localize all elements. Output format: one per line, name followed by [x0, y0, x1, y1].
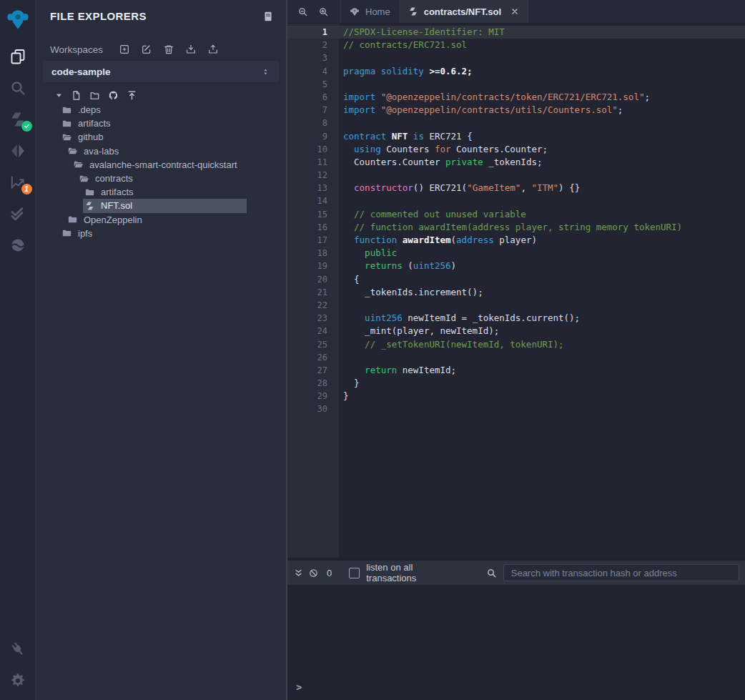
search-icon[interactable] [9, 79, 26, 97]
code-lines: 1//SPDX-License-Identifier: MIT2// contr… [287, 24, 745, 416]
tree-item-label: OpenZeppelin [84, 215, 142, 225]
code-line-24[interactable]: 24 _mint(player, newItemId); [287, 325, 745, 337]
collapse-tree-icon[interactable] [55, 92, 63, 99]
line-number: 15 [287, 208, 327, 221]
listen-transactions-checkbox[interactable] [349, 568, 360, 578]
code-line-8[interactable]: 8 [287, 117, 745, 129]
code-line-10[interactable]: 10 using Counters for Counters.Counter; [287, 143, 745, 156]
code-line-15[interactable]: 15 // commented out unused variable [287, 208, 745, 221]
code-editor[interactable]: 1//SPDX-License-Identifier: MIT2// contr… [287, 24, 745, 558]
settings-icon[interactable] [9, 672, 26, 689]
code-line-17[interactable]: 17 function awardItem(address player) [287, 234, 745, 247]
create-workspace-icon[interactable] [119, 44, 130, 55]
transaction-count: 0 [327, 568, 332, 578]
line-number: 22 [287, 299, 327, 312]
code-line-27[interactable]: 27 return newItemId; [287, 364, 745, 377]
folder-open-icon [61, 132, 72, 142]
tree-item-artifacts[interactable]: artifacts [36, 117, 286, 130]
code-line-text [327, 351, 343, 364]
book-icon[interactable] [262, 11, 274, 22]
terminal-collapse-icon[interactable] [293, 568, 304, 578]
tree-item--deps[interactable]: .deps [36, 103, 286, 117]
code-line-4[interactable]: 4pragma solidity >=0.6.2; [287, 65, 745, 78]
clear-console-icon[interactable] [308, 568, 319, 578]
code-line-11[interactable]: 11 Counters.Counter private _tokenIds; [287, 156, 745, 169]
tab-contracts-nft-sol[interactable]: contracts/NFT.sol [399, 0, 528, 23]
line-number: 18 [287, 247, 327, 260]
code-line-26[interactable]: 26 [287, 351, 745, 364]
close-tab-icon[interactable] [510, 7, 519, 16]
line-number: 27 [287, 364, 327, 377]
plugin-manager-icon[interactable] [9, 641, 26, 658]
code-line-14[interactable]: 14 [287, 194, 745, 207]
clone-github-icon[interactable] [108, 90, 119, 101]
code-line-25[interactable]: 25 // _setTokenURI(newItemId, tokenURI); [287, 338, 745, 351]
code-line-9[interactable]: 9contract NFT is ERC721 { [287, 130, 745, 143]
new-folder-icon[interactable] [89, 90, 100, 101]
terminal-console[interactable]: > [287, 585, 745, 700]
code-line-19[interactable]: 19 returns (uint256) [287, 260, 745, 272]
rename-workspace-icon[interactable] [141, 44, 152, 55]
code-line-13[interactable]: 13 constructor() ERC721("GameItem", "ITM… [287, 182, 745, 194]
code-line-text: } [327, 377, 360, 390]
code-line-2[interactable]: 2// contracts/ERC721.sol [287, 39, 745, 51]
code-line-text: uint256 newItemId = _tokenIds.current(); [327, 312, 580, 325]
code-line-1[interactable]: 1//SPDX-License-Identifier: MIT [287, 26, 745, 39]
code-line-29[interactable]: 29} [287, 390, 745, 403]
new-file-icon[interactable] [71, 90, 82, 101]
terminal-search-icon [486, 568, 497, 578]
tree-item-contracts[interactable]: contracts [36, 172, 286, 185]
delete-workspace-icon[interactable] [163, 44, 174, 55]
code-line-18[interactable]: 18 public [287, 247, 745, 260]
tree-item-artifacts[interactable]: artifacts [36, 185, 286, 199]
line-number: 13 [287, 182, 327, 194]
line-number: 5 [287, 78, 327, 91]
code-line-5[interactable]: 5 [287, 78, 745, 91]
zoom-in-icon[interactable] [318, 6, 329, 17]
tree-item-label: github [78, 132, 103, 142]
code-line-12[interactable]: 12 [287, 169, 745, 182]
line-number: 29 [287, 390, 327, 403]
circle-plugin-icon[interactable] [9, 237, 26, 254]
tab-label: contracts/NFT.sol [424, 6, 501, 17]
file-explorer-icon[interactable] [9, 48, 26, 65]
upload-workspace-icon[interactable] [207, 44, 219, 55]
plugin-analytics-icon[interactable]: 1 [9, 174, 26, 191]
code-line-6[interactable]: 6import "@openzeppelin/contracts/token/E… [287, 91, 745, 104]
code-line-20[interactable]: 20 { [287, 273, 745, 286]
code-line-22[interactable]: 22 [287, 299, 745, 312]
code-line-23[interactable]: 23 uint256 newItemId = _tokenIds.current… [287, 312, 745, 325]
tree-item-nft-sol[interactable]: NFT.sol [36, 199, 286, 212]
tab-home[interactable]: Home [340, 0, 399, 23]
folder-closed-icon [84, 187, 95, 197]
publish-files-icon[interactable] [127, 90, 137, 101]
solidity-compiler-icon[interactable] [9, 111, 26, 128]
line-number: 23 [287, 312, 327, 325]
static-analysis-icon[interactable] [9, 205, 26, 222]
code-line-text [327, 299, 343, 312]
code-line-text: Counters.Counter private _tokenIds; [327, 156, 542, 169]
tree-item-label: avalanche-smart-contract-quickstart [89, 159, 237, 170]
download-workspace-icon[interactable] [185, 44, 197, 55]
code-line-21[interactable]: 21 _tokenIds.increment(); [287, 286, 745, 299]
terminal-search-input[interactable] [503, 564, 739, 581]
tree-item-openzeppelin[interactable]: OpenZeppelin [36, 213, 286, 227]
tree-item-avalanche-smart-contract-quickstart[interactable]: avalanche-smart-contract-quickstart [36, 158, 286, 172]
code-line-3[interactable]: 3 [287, 51, 745, 64]
tabs: Homecontracts/NFT.sol [340, 0, 528, 23]
tree-item-ipfs[interactable]: ipfs [36, 227, 286, 240]
tree-item-ava-labs[interactable]: ava-labs [36, 144, 286, 158]
code-line-text: _tokenIds.increment(); [327, 286, 483, 299]
workspace-select[interactable]: code-sample [43, 61, 279, 82]
zoom-out-icon[interactable] [297, 6, 308, 17]
remix-logo-icon[interactable] [6, 6, 30, 31]
tree-item-github[interactable]: github [36, 130, 286, 144]
tree-item-label: ava-labs [84, 146, 119, 157]
code-line-7[interactable]: 7import "@openzeppelin/contracts/utils/C… [287, 104, 745, 117]
deploy-run-icon[interactable] [9, 142, 26, 159]
code-line-16[interactable]: 16 // function awardItem(address player,… [287, 221, 745, 234]
code-line-30[interactable]: 30 [287, 403, 745, 415]
solidity-icon [408, 6, 418, 16]
code-line-28[interactable]: 28 } [287, 377, 745, 390]
remix-small-icon [350, 6, 360, 16]
